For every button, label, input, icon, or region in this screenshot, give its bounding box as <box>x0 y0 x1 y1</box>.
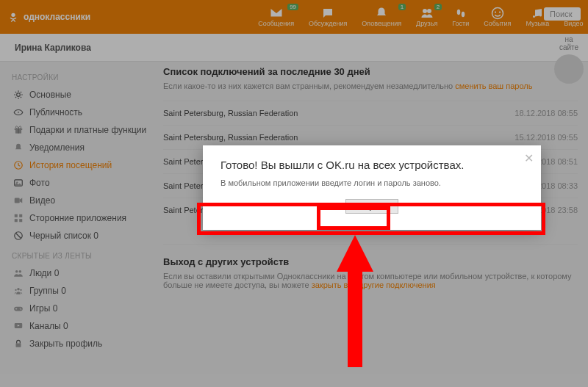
svg-point-23 <box>15 270 18 273</box>
svg-point-27 <box>20 289 21 291</box>
svg-point-2 <box>427 9 431 13</box>
svg-point-6 <box>495 11 496 12</box>
avatar[interactable] <box>554 54 584 84</box>
modal-logout-success: ✕ Готово! Вы вышли с OK.ru на всех устро… <box>203 145 541 230</box>
app-icon <box>13 213 24 223</box>
svg-point-0 <box>11 13 15 17</box>
sidebar-item-label: Основные <box>29 90 71 100</box>
music-icon <box>531 7 544 20</box>
sidebar-item-photo[interactable]: Фото <box>10 174 150 192</box>
ok-logo-icon <box>7 11 19 23</box>
close-all-link[interactable]: закрыть все другие подключения <box>312 281 436 289</box>
sidebar-item-gear[interactable]: Основные <box>10 86 150 104</box>
message-icon <box>270 7 283 20</box>
svg-rect-20 <box>15 219 18 222</box>
sidebar-item-label: Уведомления <box>29 142 85 153</box>
sidebar-heading-hidden: СКРЫТЫЕ ИЗ ЛЕНТЫ <box>12 252 150 260</box>
sidebar-item-app[interactable]: Сторонние приложения <box>10 209 150 227</box>
session-timestamp: 18.12.2018 08:55 <box>514 109 578 117</box>
sidebar: НАСТРОЙКИ ОсновныеПубличностьПодарки и п… <box>10 66 150 352</box>
sidebar-item-label: Каналы 0 <box>29 321 68 331</box>
sidebar-item-history[interactable]: История посещений <box>10 156 150 174</box>
channel-icon <box>13 321 24 331</box>
svg-point-26 <box>15 289 16 291</box>
sidebar-item-label: Сторонние приложения <box>29 213 126 223</box>
session-timestamp: 15.12.2018 09:55 <box>514 133 578 142</box>
svg-point-7 <box>499 11 501 12</box>
nav-events[interactable]: События <box>484 7 511 27</box>
history-icon <box>13 160 24 170</box>
svg-point-25 <box>17 288 20 291</box>
footprints-icon <box>454 7 467 20</box>
sidebar-item-ban[interactable]: Черный список 0 <box>10 227 150 245</box>
sidebar-item-label: Закрыть профиль <box>29 339 102 349</box>
svg-point-11 <box>18 112 19 113</box>
sidebar-item-label: Видео <box>29 195 55 206</box>
ban-icon <box>13 231 24 241</box>
sidebar-item-video[interactable]: Видео <box>10 192 150 209</box>
people-icon <box>13 268 24 278</box>
group-icon <box>13 286 24 296</box>
sidebar-item-lock[interactable]: Закрыть профиль <box>10 335 150 352</box>
friends-icon <box>420 7 434 20</box>
sidebar-heading-settings: НАСТРОЙКИ <box>12 73 150 82</box>
svg-point-16 <box>16 181 18 183</box>
sidebar-item-bell[interactable]: Уведомления <box>10 139 150 156</box>
photo-icon <box>13 178 24 188</box>
gear-icon <box>13 90 24 100</box>
sidebar-item-label: Подарки и платные функции <box>29 125 146 135</box>
connections-hint: Если какое-то из них кажется вам странны… <box>163 82 578 90</box>
sidebar-item-game[interactable]: Игры 0 <box>10 300 150 317</box>
submenu: Ирина Карликова <box>0 34 588 62</box>
bell-icon <box>13 142 24 153</box>
svg-rect-21 <box>19 219 22 222</box>
svg-rect-28 <box>14 307 23 311</box>
sidebar-item-gift[interactable]: Подарки и платные функции <box>10 121 150 139</box>
sidebar-item-channel[interactable]: Каналы 0 <box>10 317 150 335</box>
brand[interactable]: одноклассники <box>7 11 90 23</box>
connections-title: Список подключений за последние 30 дней <box>163 66 578 77</box>
svg-point-29 <box>20 308 21 308</box>
nav-friends[interactable]: 2Друзья <box>416 7 437 27</box>
gift-icon <box>13 125 24 135</box>
close-icon[interactable]: ✕ <box>524 151 534 165</box>
video-icon <box>13 195 24 206</box>
user-name[interactable]: Ирина Карликова <box>15 43 91 53</box>
sidebar-item-label: Люди 0 <box>29 268 59 278</box>
game-icon <box>13 303 24 314</box>
other-exit-section: Выход с других устройств Если вы оставил… <box>163 244 578 289</box>
svg-rect-18 <box>15 214 18 217</box>
session-location: Saint Petersburg, Russian Federation <box>163 109 298 117</box>
nav-discuss[interactable]: Обсуждения <box>309 7 347 27</box>
sidebar-item-people[interactable]: Люди 0 <box>10 264 150 282</box>
nav-icons: 99Сообщения Обсуждения 1Оповещения 2Друз… <box>258 7 583 27</box>
nav-messages[interactable]: 99Сообщения <box>258 7 294 27</box>
modal-title: Готово! Вы вышли с OK.ru на всех устройс… <box>220 159 523 171</box>
session-row: Saint Petersburg, Russian Federation18.1… <box>163 101 578 125</box>
sidebar-item-label: Игры 0 <box>29 303 57 314</box>
topbar: одноклассники 99Сообщения Обсуждения 1Оп… <box>0 0 588 34</box>
sidebar-item-group[interactable]: Группы 0 <box>10 282 150 300</box>
close-button[interactable]: Закрыть <box>345 199 398 214</box>
smile-icon <box>491 7 504 20</box>
svg-rect-32 <box>16 343 21 347</box>
nav-guests[interactable]: Гости <box>452 7 469 27</box>
lock-icon <box>13 339 24 349</box>
other-exit-title: Выход с других устройств <box>163 256 578 267</box>
svg-point-24 <box>19 270 21 273</box>
svg-point-8 <box>533 15 535 18</box>
change-password-link[interactable]: сменить ваш пароль <box>455 82 532 90</box>
sidebar-item-eye[interactable]: Публичность <box>10 104 150 121</box>
right-label: на сайте <box>554 35 584 51</box>
badge: 1 <box>398 4 406 10</box>
svg-point-3 <box>457 10 461 15</box>
nav-notif[interactable]: 1Оповещения <box>362 7 401 27</box>
svg-point-1 <box>423 9 427 13</box>
session-location: Saint Petersburg, Russian Federation <box>163 133 298 142</box>
sidebar-item-label: Публичность <box>29 107 82 117</box>
chat-icon <box>321 7 334 20</box>
sidebar-item-label: Фото <box>29 178 50 188</box>
search-input[interactable]: Поиск <box>544 7 581 21</box>
badge: 99 <box>287 4 298 10</box>
bell-icon <box>375 7 388 20</box>
